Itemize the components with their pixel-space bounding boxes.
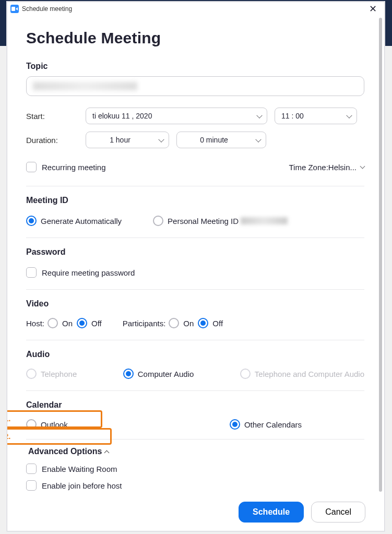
off-label: Off bbox=[91, 319, 102, 328]
audio-heading: Audio bbox=[26, 350, 365, 359]
chevron-up-icon bbox=[104, 450, 110, 455]
audio-telephone-label: Telephone bbox=[41, 370, 77, 378]
video-host-off[interactable]: Off bbox=[77, 318, 102, 328]
duration-hours-value: 1 hour bbox=[110, 136, 130, 144]
radio-disabled-icon bbox=[26, 369, 37, 379]
dialog-footer: Schedule Cancel bbox=[7, 493, 384, 531]
audio-computer-option[interactable]: Computer Audio bbox=[123, 369, 194, 379]
topic-input[interactable] bbox=[26, 76, 364, 96]
meeting-id-personal-label: Personal Meeting ID bbox=[168, 217, 239, 226]
advanced-options-toggle[interactable]: Advanced Options bbox=[26, 446, 111, 457]
join-before-host-checkbox[interactable] bbox=[26, 480, 37, 491]
chevron-down-icon bbox=[158, 137, 164, 143]
waiting-room-row[interactable]: Enable Waiting Room bbox=[26, 464, 365, 474]
recurring-row: Recurring meeting Time Zone: Helsin... bbox=[26, 162, 364, 172]
schedule-button[interactable]: Schedule bbox=[239, 502, 304, 523]
recurring-checkbox[interactable] bbox=[26, 162, 37, 172]
chevron-down-icon bbox=[360, 164, 365, 169]
recurring-label: Recurring meeting bbox=[42, 163, 106, 172]
calendar-other-option[interactable]: Other Calendars bbox=[230, 419, 302, 430]
radio-icon[interactable] bbox=[153, 216, 163, 226]
start-time-select[interactable]: 11 : 00 bbox=[275, 108, 357, 124]
require-password-label: Require meeting password bbox=[42, 268, 135, 277]
meeting-id-generate-label: Generate Automatically bbox=[41, 217, 122, 226]
start-time-value: 11 : 00 bbox=[281, 112, 304, 120]
calendar-row: Outlook Other Calendars bbox=[26, 419, 364, 430]
radio-selected-icon[interactable] bbox=[198, 318, 208, 328]
video-host-label: Host: bbox=[26, 319, 44, 328]
zoom-icon bbox=[10, 5, 19, 13]
duration-minutes-value: 0 minute bbox=[200, 136, 228, 144]
meeting-id-personal-option[interactable]: Personal Meeting ID bbox=[153, 216, 288, 226]
audio-both-option: Telephone and Computer Audio bbox=[240, 369, 364, 379]
radio-icon[interactable] bbox=[169, 318, 179, 328]
on-label: On bbox=[183, 319, 194, 328]
duration-label: Duration: bbox=[26, 136, 78, 145]
timezone-value: Helsin... bbox=[328, 163, 357, 172]
on-label: On bbox=[62, 319, 73, 328]
timezone-select[interactable]: Time Zone: Helsin... bbox=[289, 163, 365, 172]
start-row: Start: ti elokuu 11 , 2020 11 : 00 bbox=[26, 108, 365, 124]
chevron-down-icon bbox=[346, 113, 352, 118]
titlebar: Schedule meeting ✕ bbox=[7, 2, 384, 16]
waiting-room-label: Enable Waiting Room bbox=[42, 465, 117, 473]
radio-icon[interactable] bbox=[47, 318, 58, 328]
audio-row: Telephone Computer Audio Telephone and C… bbox=[26, 369, 364, 379]
duration-row: Duration: 1 hour 0 minute bbox=[26, 132, 365, 148]
video-host-on[interactable]: On bbox=[47, 318, 73, 328]
audio-telephone-option: Telephone bbox=[26, 369, 77, 379]
video-participants-on[interactable]: On bbox=[169, 318, 194, 328]
duration-hours-select[interactable]: 1 hour bbox=[86, 132, 169, 148]
page-title: Schedule Meeting bbox=[26, 29, 365, 47]
timezone-prefix: Time Zone: bbox=[289, 163, 328, 172]
start-date-select[interactable]: ti elokuu 11 , 2020 bbox=[86, 108, 267, 124]
chevron-down-icon bbox=[255, 137, 261, 143]
join-before-host-label: Enable join before host bbox=[42, 481, 122, 490]
cancel-button[interactable]: Cancel bbox=[311, 502, 365, 523]
recurring-checkbox-row[interactable]: Recurring meeting bbox=[26, 162, 106, 172]
radio-icon[interactable] bbox=[26, 419, 37, 430]
topic-label: Topic bbox=[26, 62, 365, 71]
chevron-down-icon bbox=[256, 113, 262, 118]
join-before-host-row[interactable]: Enable join before host bbox=[26, 480, 365, 491]
radio-selected-icon[interactable] bbox=[26, 216, 37, 226]
radio-selected-icon[interactable] bbox=[230, 419, 240, 430]
duration-minutes-select[interactable]: 0 minute bbox=[176, 132, 266, 148]
audio-computer-label: Computer Audio bbox=[138, 370, 194, 378]
require-password-checkbox[interactable] bbox=[26, 267, 37, 278]
require-password-row[interactable]: Require meeting password bbox=[26, 267, 365, 278]
window-title: Schedule meeting bbox=[22, 5, 72, 13]
off-label: Off bbox=[212, 319, 223, 328]
radio-selected-icon[interactable] bbox=[123, 369, 134, 379]
password-heading: Password bbox=[26, 247, 365, 257]
meeting-id-heading: Meeting ID bbox=[26, 196, 365, 205]
annotation-number-1: 1. bbox=[7, 414, 11, 423]
start-date-value: ti elokuu 11 , 2020 bbox=[92, 112, 152, 120]
calendar-heading: Calendar bbox=[26, 400, 365, 410]
calendar-outlook-label: Outlook bbox=[41, 420, 68, 429]
schedule-meeting-dialog: Schedule meeting ✕ Schedule Meeting Topi… bbox=[7, 2, 385, 531]
meeting-id-options: Generate Automatically Personal Meeting … bbox=[26, 216, 365, 226]
waiting-room-checkbox[interactable] bbox=[26, 464, 37, 474]
video-heading: Video bbox=[26, 299, 365, 308]
topic-value-redacted bbox=[33, 82, 137, 90]
video-participants-off[interactable]: Off bbox=[198, 318, 223, 328]
calendar-outlook-option[interactable]: Outlook bbox=[26, 419, 68, 430]
start-label: Start: bbox=[26, 112, 78, 121]
radio-selected-icon[interactable] bbox=[77, 318, 87, 328]
calendar-other-label: Other Calendars bbox=[244, 420, 302, 429]
dialog-body: Schedule Meeting Topic Start: ti elokuu … bbox=[7, 16, 384, 493]
advanced-options-label: Advanced Options bbox=[28, 447, 102, 456]
radio-disabled-icon bbox=[240, 369, 251, 379]
meeting-id-generate-option[interactable]: Generate Automatically bbox=[26, 216, 122, 226]
video-participants-label: Participants: bbox=[123, 319, 166, 328]
audio-both-label: Telephone and Computer Audio bbox=[255, 370, 364, 378]
video-row: Host: On Off Participants: On Off bbox=[26, 318, 364, 328]
close-button[interactable]: ✕ bbox=[366, 3, 380, 15]
annotation-number-2: 2. bbox=[7, 432, 11, 441]
personal-meeting-id-redacted bbox=[241, 217, 288, 224]
